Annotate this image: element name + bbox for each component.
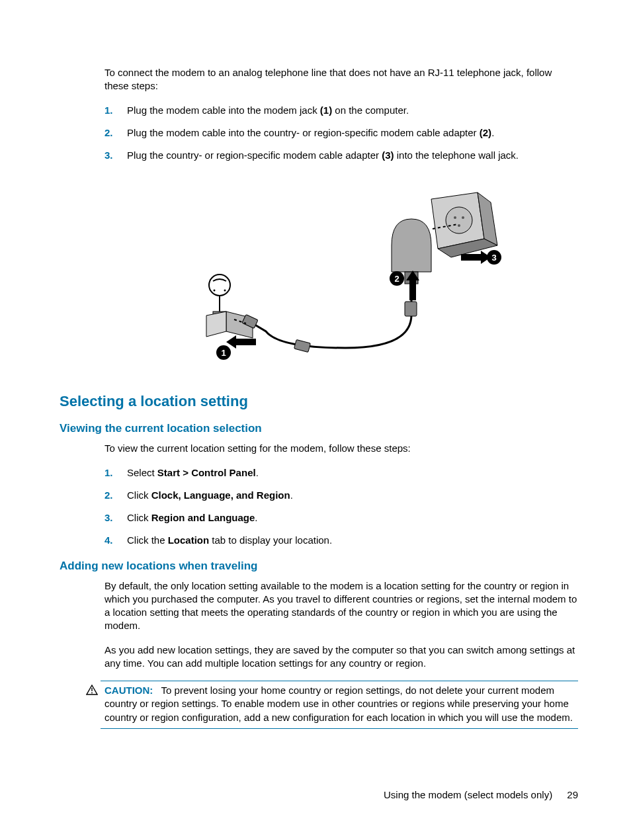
step-text: Plug the modem cable into the modem jack… [127, 104, 409, 117]
svg-rect-13 [294, 340, 311, 353]
heading-adding-locations: Adding new locations when traveling [60, 560, 578, 573]
svg-point-3 [446, 207, 472, 233]
modem-connection-illustration: 3 2 [112, 173, 578, 373]
list-item: 2. Plug the modem cable into the country… [105, 126, 578, 140]
svg-point-4 [454, 216, 456, 219]
heading-selecting-location: Selecting a location setting [60, 393, 578, 410]
step-text: Plug the country- or region-specific mod… [127, 149, 519, 162]
caution-text: CAUTION: To prevent losing your home cou… [101, 681, 578, 729]
list-item: 4. Click the Location tab to display you… [105, 534, 578, 547]
svg-point-5 [462, 216, 464, 219]
caution-icon [86, 681, 101, 729]
caution-box: CAUTION: To prevent losing your home cou… [86, 681, 578, 729]
adding-paragraph-2: As you add new location settings, they a… [105, 644, 578, 671]
svg-rect-14 [405, 302, 417, 316]
step-text: Select Start > Control Panel. [127, 466, 259, 480]
svg-point-16 [214, 290, 216, 292]
step-text: Click Region and Language. [127, 511, 258, 525]
marker-3: 3 [491, 253, 496, 263]
page-number: 29 [567, 789, 578, 800]
svg-point-6 [458, 224, 460, 227]
svg-point-17 [224, 290, 226, 292]
svg-point-15 [209, 274, 230, 296]
step-number: 2. [105, 489, 127, 502]
intro-paragraph: To connect the modem to an analog teleph… [105, 66, 578, 93]
step-number: 1. [105, 466, 127, 480]
heading-viewing-current-location: Viewing the current location selection [60, 422, 578, 435]
list-item: 1. Select Start > Control Panel. [105, 466, 578, 480]
step-text: Click Clock, Language, and Region. [127, 489, 293, 502]
step-text: Plug the modem cable into the country- o… [127, 126, 494, 140]
caution-label: CAUTION: [105, 685, 153, 696]
svg-marker-21 [206, 312, 226, 337]
steps-view-location: 1. Select Start > Control Panel. 2. Clic… [105, 466, 578, 548]
footer-section-title: Using the modem (select models only) [384, 789, 552, 800]
view-intro: To view the current location setting for… [105, 442, 578, 455]
marker-2: 2 [394, 274, 399, 284]
list-item: 3. Click Region and Language. [105, 511, 578, 525]
step-number: 1. [105, 104, 127, 117]
step-number: 2. [105, 126, 127, 140]
document-page: To connect the modem to an analog teleph… [0, 0, 631, 840]
step-text: Click the Location tab to display your l… [127, 534, 332, 547]
step-number: 3. [105, 511, 127, 525]
step-number: 4. [105, 534, 127, 547]
svg-point-28 [91, 693, 93, 694]
list-item: 1. Plug the modem cable into the modem j… [105, 104, 578, 117]
page-footer: Using the modem (select models only) 29 [384, 789, 578, 800]
marker-1: 1 [221, 348, 226, 358]
adding-paragraph-1: By default, the only location setting av… [105, 579, 578, 633]
list-item: 2. Click Clock, Language, and Region. [105, 489, 578, 502]
list-item: 3. Plug the country- or region-specific … [105, 149, 578, 162]
step-number: 3. [105, 149, 127, 162]
steps-modem-connection: 1. Plug the modem cable into the modem j… [105, 104, 578, 163]
